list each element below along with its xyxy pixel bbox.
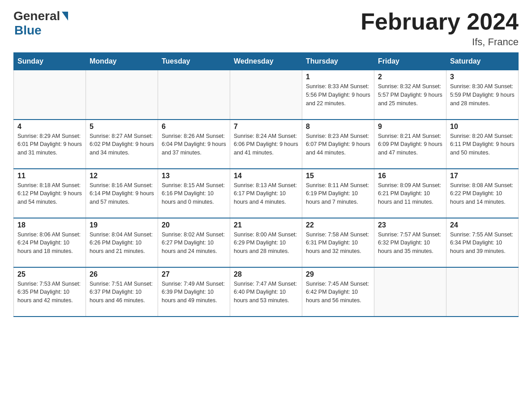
calendar-header: SundayMondayTuesdayWednesdayThursdayFrid…	[14, 53, 519, 70]
logo-blue-text: Blue	[14, 23, 42, 38]
day-number: 7	[234, 123, 298, 131]
calendar-cell: 15Sunrise: 8:11 AM Sunset: 6:19 PM Dayli…	[302, 169, 374, 218]
weekday-header-saturday: Saturday	[446, 53, 519, 70]
day-number: 1	[306, 73, 370, 81]
day-number: 21	[234, 221, 298, 229]
day-number: 6	[162, 123, 226, 131]
calendar-cell: 17Sunrise: 8:08 AM Sunset: 6:22 PM Dayli…	[446, 169, 519, 218]
calendar-cell	[230, 70, 302, 120]
calendar-cell	[446, 267, 519, 317]
calendar-cell	[14, 70, 86, 120]
day-info: Sunrise: 8:15 AM Sunset: 6:16 PM Dayligh…	[162, 181, 226, 206]
day-number: 19	[90, 221, 154, 229]
weekday-header-thursday: Thursday	[302, 53, 374, 70]
calendar-cell: 25Sunrise: 7:53 AM Sunset: 6:35 PM Dayli…	[14, 267, 86, 317]
title-block: February 2024 Ifs, France	[360, 9, 519, 48]
day-info: Sunrise: 8:04 AM Sunset: 6:26 PM Dayligh…	[90, 231, 154, 256]
day-number: 29	[306, 270, 370, 278]
day-number: 16	[378, 172, 442, 180]
day-number: 11	[17, 172, 82, 180]
day-info: Sunrise: 8:00 AM Sunset: 6:29 PM Dayligh…	[234, 231, 298, 256]
day-number: 25	[17, 270, 82, 278]
day-info: Sunrise: 7:51 AM Sunset: 6:37 PM Dayligh…	[90, 280, 154, 305]
calendar-cell: 19Sunrise: 8:04 AM Sunset: 6:26 PM Dayli…	[86, 218, 158, 267]
calendar-cell: 22Sunrise: 7:58 AM Sunset: 6:31 PM Dayli…	[302, 218, 374, 267]
calendar-cell: 9Sunrise: 8:21 AM Sunset: 6:09 PM Daylig…	[374, 120, 446, 169]
day-info: Sunrise: 8:13 AM Sunset: 6:17 PM Dayligh…	[234, 181, 298, 206]
day-info: Sunrise: 7:45 AM Sunset: 6:42 PM Dayligh…	[306, 280, 370, 305]
calendar-subtitle: Ifs, France	[360, 36, 519, 48]
day-number: 24	[450, 221, 515, 229]
calendar-cell: 28Sunrise: 7:47 AM Sunset: 6:40 PM Dayli…	[230, 267, 302, 317]
calendar-cell: 24Sunrise: 7:55 AM Sunset: 6:34 PM Dayli…	[446, 218, 519, 267]
calendar-cell: 7Sunrise: 8:24 AM Sunset: 6:06 PM Daylig…	[230, 120, 302, 169]
day-number: 20	[162, 221, 226, 229]
calendar-cell: 13Sunrise: 8:15 AM Sunset: 6:16 PM Dayli…	[158, 169, 230, 218]
calendar-cell: 1Sunrise: 8:33 AM Sunset: 5:56 PM Daylig…	[302, 70, 374, 120]
calendar-cell: 26Sunrise: 7:51 AM Sunset: 6:37 PM Dayli…	[86, 267, 158, 317]
day-number: 12	[90, 172, 154, 180]
weekday-header-tuesday: Tuesday	[158, 53, 230, 70]
weekday-header-monday: Monday	[86, 53, 158, 70]
day-info: Sunrise: 7:57 AM Sunset: 6:32 PM Dayligh…	[378, 231, 442, 256]
day-info: Sunrise: 8:08 AM Sunset: 6:22 PM Dayligh…	[450, 181, 515, 206]
day-info: Sunrise: 8:20 AM Sunset: 6:11 PM Dayligh…	[450, 132, 515, 157]
calendar-week-row: 11Sunrise: 8:18 AM Sunset: 6:12 PM Dayli…	[14, 169, 519, 218]
logo-triangle-icon	[62, 12, 68, 21]
calendar-cell: 27Sunrise: 7:49 AM Sunset: 6:39 PM Dayli…	[158, 267, 230, 317]
day-info: Sunrise: 8:29 AM Sunset: 6:01 PM Dayligh…	[17, 132, 82, 157]
weekday-header-row: SundayMondayTuesdayWednesdayThursdayFrid…	[14, 53, 519, 70]
calendar-cell: 6Sunrise: 8:26 AM Sunset: 6:04 PM Daylig…	[158, 120, 230, 169]
day-info: Sunrise: 8:32 AM Sunset: 5:57 PM Dayligh…	[378, 82, 442, 107]
weekday-header-sunday: Sunday	[14, 53, 86, 70]
day-number: 5	[90, 123, 154, 131]
day-info: Sunrise: 8:11 AM Sunset: 6:19 PM Dayligh…	[306, 181, 370, 206]
calendar-cell: 5Sunrise: 8:27 AM Sunset: 6:02 PM Daylig…	[86, 120, 158, 169]
calendar-cell: 18Sunrise: 8:06 AM Sunset: 6:24 PM Dayli…	[14, 218, 86, 267]
calendar-cell: 23Sunrise: 7:57 AM Sunset: 6:32 PM Dayli…	[374, 218, 446, 267]
day-number: 14	[234, 172, 298, 180]
day-number: 9	[378, 123, 442, 131]
day-number: 8	[306, 123, 370, 131]
day-number: 28	[234, 270, 298, 278]
calendar-cell	[158, 70, 230, 120]
calendar-cell: 20Sunrise: 8:02 AM Sunset: 6:27 PM Dayli…	[158, 218, 230, 267]
calendar-week-row: 18Sunrise: 8:06 AM Sunset: 6:24 PM Dayli…	[14, 218, 519, 267]
weekday-header-friday: Friday	[374, 53, 446, 70]
calendar-cell: 4Sunrise: 8:29 AM Sunset: 6:01 PM Daylig…	[14, 120, 86, 169]
calendar-cell: 10Sunrise: 8:20 AM Sunset: 6:11 PM Dayli…	[446, 120, 519, 169]
day-number: 27	[162, 270, 226, 278]
day-info: Sunrise: 7:55 AM Sunset: 6:34 PM Dayligh…	[450, 231, 515, 256]
calendar-cell	[86, 70, 158, 120]
day-info: Sunrise: 8:21 AM Sunset: 6:09 PM Dayligh…	[378, 132, 442, 157]
calendar-cell: 12Sunrise: 8:16 AM Sunset: 6:14 PM Dayli…	[86, 169, 158, 218]
day-number: 18	[17, 221, 82, 229]
day-info: Sunrise: 8:30 AM Sunset: 5:59 PM Dayligh…	[450, 82, 515, 107]
calendar-cell: 14Sunrise: 8:13 AM Sunset: 6:17 PM Dayli…	[230, 169, 302, 218]
calendar-cell	[374, 267, 446, 317]
calendar-week-row: 25Sunrise: 7:53 AM Sunset: 6:35 PM Dayli…	[14, 267, 519, 317]
logo: General Blue	[13, 9, 68, 38]
day-info: Sunrise: 8:09 AM Sunset: 6:21 PM Dayligh…	[378, 181, 442, 206]
day-number: 23	[378, 221, 442, 229]
day-info: Sunrise: 8:16 AM Sunset: 6:14 PM Dayligh…	[90, 181, 154, 206]
day-number: 3	[450, 73, 515, 81]
day-number: 4	[17, 123, 82, 131]
weekday-header-wednesday: Wednesday	[230, 53, 302, 70]
calendar-cell: 21Sunrise: 8:00 AM Sunset: 6:29 PM Dayli…	[230, 218, 302, 267]
calendar-cell: 11Sunrise: 8:18 AM Sunset: 6:12 PM Dayli…	[14, 169, 86, 218]
calendar-cell: 3Sunrise: 8:30 AM Sunset: 5:59 PM Daylig…	[446, 70, 519, 120]
day-info: Sunrise: 8:18 AM Sunset: 6:12 PM Dayligh…	[17, 181, 82, 206]
calendar-cell: 2Sunrise: 8:32 AM Sunset: 5:57 PM Daylig…	[374, 70, 446, 120]
day-info: Sunrise: 7:53 AM Sunset: 6:35 PM Dayligh…	[17, 280, 82, 305]
calendar-cell: 8Sunrise: 8:23 AM Sunset: 6:07 PM Daylig…	[302, 120, 374, 169]
day-info: Sunrise: 8:23 AM Sunset: 6:07 PM Dayligh…	[306, 132, 370, 157]
day-info: Sunrise: 8:02 AM Sunset: 6:27 PM Dayligh…	[162, 231, 226, 256]
day-info: Sunrise: 7:47 AM Sunset: 6:40 PM Dayligh…	[234, 280, 298, 305]
day-info: Sunrise: 8:06 AM Sunset: 6:24 PM Dayligh…	[17, 231, 82, 256]
day-info: Sunrise: 7:49 AM Sunset: 6:39 PM Dayligh…	[162, 280, 226, 305]
day-number: 13	[162, 172, 226, 180]
calendar-cell: 29Sunrise: 7:45 AM Sunset: 6:42 PM Dayli…	[302, 267, 374, 317]
day-number: 15	[306, 172, 370, 180]
logo-general-text: General	[13, 9, 60, 23]
